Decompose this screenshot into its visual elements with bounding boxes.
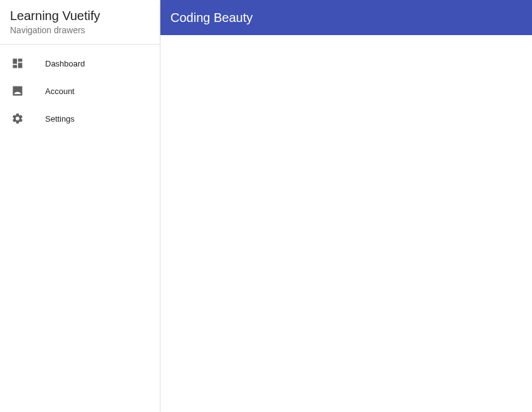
app-bar-title: Coding Beauty	[170, 11, 253, 25]
main-content	[160, 35, 532, 412]
drawer-header: Learning Vuetify Navigation drawers	[0, 0, 160, 45]
dashboard-icon	[10, 56, 25, 71]
sidebar-item-label: Settings	[45, 114, 75, 124]
sidebar-item-label: Dashboard	[45, 59, 85, 68]
sidebar-item-settings[interactable]: Settings	[0, 105, 160, 132]
drawer-subtitle: Navigation drawers	[10, 25, 150, 35]
drawer-list: Dashboard Account Settings	[0, 45, 160, 137]
drawer-title: Learning Vuetify	[10, 8, 150, 24]
account-icon	[10, 83, 25, 98]
sidebar-item-label: Account	[45, 87, 75, 96]
settings-icon	[10, 111, 25, 126]
navigation-drawer: Learning Vuetify Navigation drawers Dash…	[0, 0, 160, 412]
sidebar-item-account[interactable]: Account	[0, 77, 160, 105]
main-area: Coding Beauty	[160, 0, 532, 412]
app-bar: Coding Beauty	[160, 0, 532, 35]
sidebar-item-dashboard[interactable]: Dashboard	[0, 50, 160, 77]
